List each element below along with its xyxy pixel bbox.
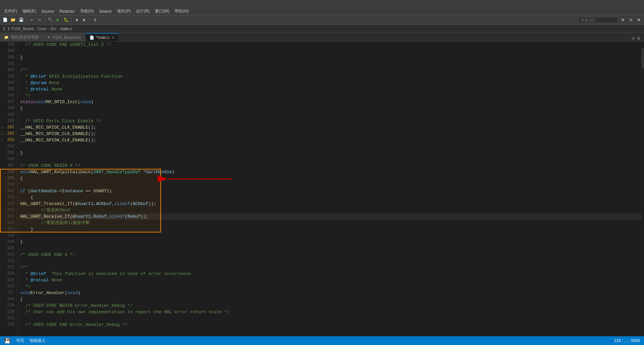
line-num-214: 214	[0, 207, 17, 213]
menu-edit[interactable]: 编辑(E)	[20, 8, 39, 15]
code-line-207[interactable]: /* USER CODE BEGIN 4 */	[20, 162, 641, 169]
menu-navigate[interactable]: 导航(N)	[77, 8, 97, 15]
code-area[interactable]: /* USER CODE END USART1_Init 2 */ } /** …	[17, 42, 641, 336]
code-line-195[interactable]: * @retval None	[20, 86, 641, 92]
line-num-226: 226	[0, 283, 17, 290]
code-line-194[interactable]: * @param None	[20, 80, 641, 86]
tab-ioc[interactable]: ⚙ F103_Board.ioc	[43, 33, 86, 41]
code-line-230[interactable]: /* User can add his own implementation t…	[20, 309, 641, 315]
menu-run[interactable]: 运行(R)	[133, 8, 152, 15]
code-line-210[interactable]	[20, 182, 641, 188]
code-line-198[interactable]: {	[20, 105, 641, 112]
code-editor[interactable]: 1881891901911921931941951961971981992002…	[0, 42, 641, 336]
code-line-190[interactable]: }	[20, 54, 641, 61]
breadcrumb-file: main.c	[60, 26, 72, 31]
line-num-203: 203	[0, 137, 17, 143]
code-line-229[interactable]: /* USER CODE BEGIN Error_Handler_Debug *…	[20, 302, 641, 309]
code-line-214[interactable]: //发送ACKbuf	[20, 207, 641, 213]
code-line-192[interactable]: /**	[20, 67, 641, 73]
code-line-227[interactable]: void Error_Handler(void)	[20, 290, 641, 296]
code-line-203[interactable]: __HAL_RCC_GPIOA_CLK_ENABLE();	[20, 137, 641, 143]
maximize-panel-btn[interactable]: ⊠	[636, 36, 641, 41]
code-line-231[interactable]	[20, 315, 641, 322]
file-icon: 📄	[90, 36, 94, 40]
code-line-212[interactable]: {	[20, 194, 641, 201]
code-line-201[interactable]: __HAL_RCC_GPIOC_CLK_ENABLE();	[20, 124, 641, 131]
breadcrumb-core[interactable]: Core	[38, 26, 46, 31]
code-line-206[interactable]	[20, 156, 641, 162]
code-line-213[interactable]: HAL_UART_Transmit_IT(&huart1,ACKbuf,size…	[20, 201, 641, 207]
code-line-217[interactable]: }	[20, 226, 641, 232]
tab-explorer-label: 项目资源管理器	[11, 34, 39, 40]
code-line-232[interactable]: /* USER CODE END Error_Handler_Debug */	[20, 322, 641, 328]
code-line-199[interactable]	[20, 112, 641, 118]
menu-window[interactable]: 窗口(W)	[152, 8, 172, 15]
line-num-211: 211	[0, 188, 17, 194]
code-line-223[interactable]: /**	[20, 264, 641, 271]
code-line-189[interactable]	[20, 48, 641, 54]
code-line-197[interactable]: static void MX_GPIO_Init(void)	[20, 99, 641, 105]
menu-refactor[interactable]: Refactor	[57, 8, 77, 14]
code-line-200[interactable]: /* GPIO Ports Clock Enable */	[20, 118, 641, 124]
breadcrumb-project[interactable]: F103_Board	[11, 26, 34, 31]
undo-btn[interactable]: ↩	[28, 16, 35, 24]
line-num-216: 216	[0, 220, 17, 226]
tab-close-btn[interactable]: ✕	[112, 36, 115, 40]
code-line-225[interactable]: * @retval None	[20, 277, 641, 283]
line-num-215: 215	[0, 213, 17, 220]
breadcrumb-arrow-right[interactable]: ❯	[7, 26, 10, 31]
code-line-211[interactable]: if (UartHandle->Instance == USART1)	[20, 188, 641, 194]
menu-file[interactable]: 文件(F)	[1, 8, 20, 15]
code-line-204[interactable]	[20, 143, 641, 150]
code-line-215[interactable]: HAL_UART_Receive_IT(&huart1,Rxbuf,sizeof…	[20, 213, 641, 220]
run-btn[interactable]: ▶	[54, 16, 62, 24]
code-line-222[interactable]	[20, 258, 641, 264]
code-line-226[interactable]: */	[20, 283, 641, 290]
code-line-202[interactable]: __HAL_RCC_GPIOD_CLK_ENABLE();	[20, 131, 641, 137]
menu-search[interactable]: Search	[96, 8, 114, 14]
toolbar-sep3	[71, 17, 71, 23]
code-line-221[interactable]: /* USER CODE END 4 */	[20, 252, 641, 258]
line-num-193: 193	[0, 73, 17, 80]
menu-project[interactable]: 项目(P)	[114, 8, 133, 15]
line-num-231: 231	[0, 315, 17, 322]
quick-access-input[interactable]	[578, 17, 619, 23]
prev-btn[interactable]: ◀	[73, 16, 80, 24]
breadcrumb-src[interactable]: Src	[50, 26, 56, 31]
save-btn[interactable]: 💾	[17, 16, 25, 24]
new-file-btn[interactable]: 📄	[1, 16, 9, 24]
code-line-224[interactable]: * @brief This function is executed in ca…	[20, 271, 641, 277]
statusbar-right: 215 : ... : 5806	[614, 338, 640, 343]
tab-explorer[interactable]: 📁 项目资源管理器	[0, 33, 43, 41]
code-line-191[interactable]	[20, 61, 641, 67]
code-line-216[interactable]: //重新使能串口接收中断	[20, 220, 641, 226]
menu-help[interactable]: 帮助(H)	[172, 8, 191, 15]
code-line-228[interactable]: {	[20, 296, 641, 302]
open-btn[interactable]: 📂	[9, 16, 17, 24]
code-line-209[interactable]: {	[20, 175, 641, 182]
breadcrumb-arrow-left[interactable]: ❮	[3, 26, 6, 31]
code-line-219[interactable]: }	[20, 239, 641, 245]
code-line-205[interactable]: }	[20, 150, 641, 156]
layout-btn2[interactable]: ⊟	[627, 16, 635, 24]
code-line-196[interactable]: */	[20, 92, 641, 99]
redo-btn[interactable]: ↪	[36, 16, 43, 24]
code-line-208[interactable]: void HAL_UART_RxCpltCallback(UART_Handle…	[20, 169, 641, 175]
line-num-220: 220	[0, 245, 17, 252]
status-icon[interactable]: 💾	[4, 338, 11, 344]
code-line-188[interactable]: /* USER CODE END USART1_Init 2 */	[20, 42, 641, 48]
build-btn[interactable]: 🔨	[46, 16, 54, 24]
code-line-220[interactable]	[20, 245, 641, 252]
next-btn[interactable]: ▶	[81, 16, 88, 24]
minimize-panel-btn[interactable]: ⊟	[631, 36, 636, 41]
minimap-thumb[interactable]	[642, 48, 644, 68]
code-line-193[interactable]: * @brief GPIO Initialization Function	[20, 73, 641, 80]
line-num-189: 189	[0, 48, 17, 54]
menu-source[interactable]: Source	[39, 8, 57, 14]
info-btn[interactable]: ℹ	[91, 16, 99, 24]
tab-main-c[interactable]: 📄 *main.c ✕	[86, 33, 119, 41]
layout-btn3[interactable]: ⊠	[635, 16, 643, 24]
code-line-218[interactable]	[20, 232, 641, 239]
layout-btn1[interactable]: ⊞	[619, 16, 627, 24]
debug-btn[interactable]: 🐛	[62, 16, 70, 24]
